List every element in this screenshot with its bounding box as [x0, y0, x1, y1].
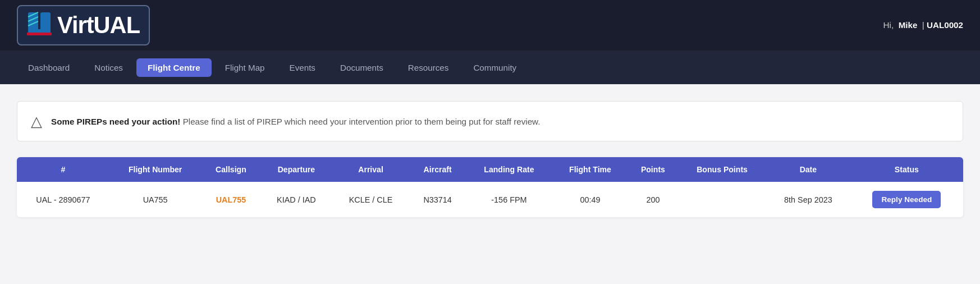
reply-needed-button[interactable]: Reply Needed: [872, 191, 941, 208]
nav-item-resources[interactable]: Resources: [397, 58, 460, 77]
logo-text: VirtUAL: [57, 12, 140, 39]
table-header-row: # Flight Number Callsign Departure Arriv…: [17, 157, 963, 182]
col-aircraft: Aircraft: [410, 157, 466, 182]
nav-item-documents[interactable]: Documents: [329, 58, 395, 77]
nav-item-community[interactable]: Community: [462, 58, 528, 77]
alert-box: △ Some PIREPs need your action! Please f…: [17, 101, 963, 141]
user-id: UAL0002: [927, 20, 963, 30]
cell-status[interactable]: Reply Needed: [850, 182, 963, 217]
cell-date: 8th Sep 2023: [766, 182, 850, 217]
col-flight-time: Flight Time: [552, 157, 628, 182]
cell-aircraft: N33714: [410, 182, 466, 217]
pirep-table-wrapper: # Flight Number Callsign Departure Arriv…: [17, 157, 963, 217]
nav-item-dashboard[interactable]: Dashboard: [17, 58, 81, 77]
cell-arrival: KCLE / CLE: [332, 182, 409, 217]
header: VirtUAL Hi, Mike | UAL0002: [0, 0, 980, 51]
pirep-table: # Flight Number Callsign Departure Arriv…: [17, 157, 963, 217]
nav-item-flight-centre[interactable]: Flight Centre: [136, 58, 212, 77]
cell-id: UAL - 2890677: [17, 182, 109, 217]
cell-landing-rate: -156 FPM: [466, 182, 553, 217]
col-points: Points: [628, 157, 678, 182]
col-date: Date: [766, 157, 850, 182]
col-status: Status: [850, 157, 963, 182]
logo-icon: [27, 11, 52, 39]
svg-rect-3: [27, 33, 52, 35]
cell-flight-number: UA755: [109, 182, 202, 217]
cell-flight-time: 00:49: [552, 182, 628, 217]
col-flight-number: Flight Number: [109, 157, 202, 182]
col-bonus-points: Bonus Points: [678, 157, 766, 182]
alert-text: Some PIREPs need your action! Please fin…: [51, 117, 540, 126]
nav-item-notices[interactable]: Notices: [83, 58, 134, 77]
user-name: Mike: [899, 20, 918, 30]
cell-departure: KIAD / IAD: [260, 182, 332, 217]
cell-bonus-points: [678, 182, 766, 217]
cell-points: 200: [628, 182, 678, 217]
col-departure: Departure: [260, 157, 332, 182]
table-row: UAL - 2890677 UA755 UAL755 KIAD / IAD KC…: [17, 182, 963, 217]
warning-icon: △: [31, 113, 42, 130]
main-nav: Dashboard Notices Flight Centre Flight M…: [0, 51, 980, 84]
nav-item-events[interactable]: Events: [278, 58, 327, 77]
col-callsign: Callsign: [201, 157, 260, 182]
alert-bold: Some PIREPs need your action!: [51, 117, 180, 126]
cell-callsign: UAL755: [201, 182, 260, 217]
greeting-prefix: Hi,: [883, 20, 894, 30]
col-id: #: [17, 157, 109, 182]
alert-body: Please find a list of PIREP which need y…: [180, 117, 540, 126]
col-landing-rate: Landing Rate: [466, 157, 553, 182]
nav-item-flight-map[interactable]: Flight Map: [214, 58, 276, 77]
logo-box: VirtUAL: [17, 5, 150, 45]
user-info: Hi, Mike | UAL0002: [883, 20, 963, 30]
col-arrival: Arrival: [332, 157, 409, 182]
main-content: △ Some PIREPs need your action! Please f…: [0, 84, 980, 284]
